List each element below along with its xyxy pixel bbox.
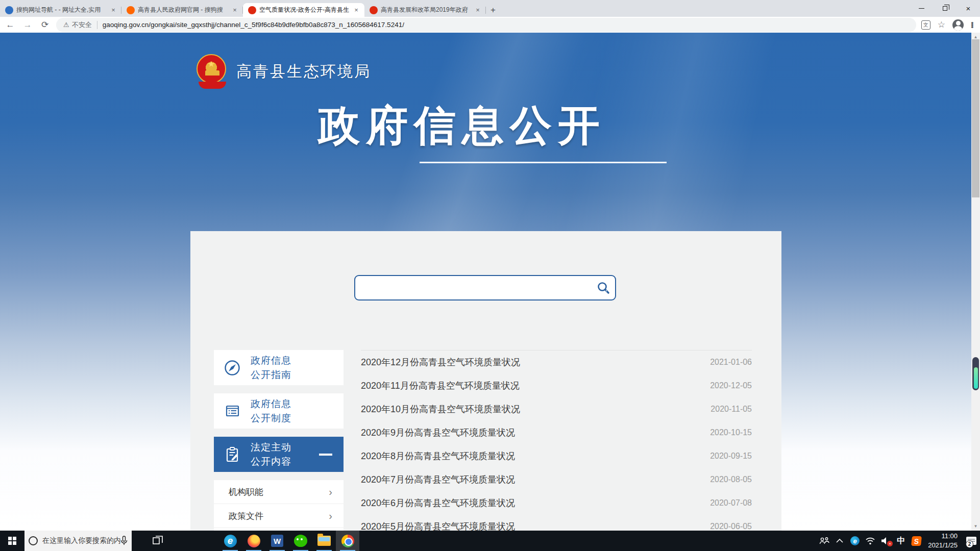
translate-icon[interactable]: 文: [921, 20, 930, 30]
tab-close-icon[interactable]: ×: [109, 6, 117, 14]
clock-time: 11:00: [928, 532, 958, 541]
sidebar-item-gov-info-system[interactable]: 政府信息公开制度: [214, 393, 344, 429]
restore-button[interactable]: [933, 0, 957, 17]
browser-tab[interactable]: 高青县人民政府网官网 - 搜狗搜 ×: [121, 3, 243, 17]
tab-title: 高青县人民政府网官网 - 搜狗搜: [138, 6, 229, 14]
browser-tab[interactable]: 空气质量状况-政务公开-高青县生 ×: [243, 3, 364, 17]
chevron-right-icon: ›: [329, 487, 332, 497]
tab-close-icon[interactable]: ×: [474, 6, 482, 14]
word-icon: W: [271, 535, 283, 547]
page-title: 政府信息公开: [255, 98, 669, 154]
tray-expand-chevron-icon[interactable]: [832, 531, 847, 551]
sidebar-item-gov-info-guide[interactable]: 政府信息公开指南: [214, 350, 344, 385]
taskbar-app-chrome[interactable]: [336, 531, 359, 551]
document-icon: [214, 402, 251, 421]
back-icon[interactable]: ←: [3, 18, 17, 32]
security-label: 不安全: [72, 20, 92, 30]
sidebar-submenu: 机构职能 › 政策文件 › 重要部署执行 ›: [214, 480, 344, 531]
forward-icon[interactable]: →: [20, 18, 35, 32]
article-title[interactable]: 2020年6月份高青县空气环境质量状况: [361, 497, 515, 509]
article-title[interactable]: 2020年8月份高青县空气环境质量状况: [361, 450, 515, 462]
bookmark-star-icon[interactable]: ☆: [938, 19, 945, 30]
taskbar-app-firefox[interactable]: [242, 531, 265, 551]
firefox-icon: [248, 535, 260, 547]
wifi-icon[interactable]: [863, 531, 878, 551]
omnibox[interactable]: ⚠ 不安全 gaoqing.gov.cn/gongkai/site_gqxsth…: [56, 18, 916, 32]
browser-tab[interactable]: 高青县发展和改革局2019年政府 ×: [364, 3, 486, 17]
article-row[interactable]: 2020年9月份高青县空气环境质量状况 2020-10-15: [361, 421, 752, 444]
security-warning-icon: ⚠: [63, 21, 69, 29]
start-button[interactable]: [0, 531, 24, 551]
reload-icon[interactable]: ⟳: [38, 18, 52, 32]
article-title[interactable]: 2020年5月份高青县空气环境质量状况: [361, 520, 515, 531]
article-date: 2020-10-15: [710, 428, 752, 437]
browser-menu-icon[interactable]: •••: [971, 22, 974, 28]
sidebar-item-label: 法定主动公开内容: [251, 440, 291, 469]
article-title[interactable]: 2020年12月份高青县空气环境质量状况: [361, 356, 520, 368]
tab-title: 空气质量状况-政务公开-高青县生: [259, 6, 350, 14]
taskbar-app-edge[interactable]: e: [218, 531, 242, 551]
scrollbar-marker: [972, 357, 979, 390]
tab-close-icon[interactable]: ×: [352, 6, 360, 14]
submenu-item[interactable]: 机构职能 ›: [214, 480, 344, 504]
edge-tray-icon[interactable]: e: [847, 531, 863, 551]
article-title[interactable]: 2020年7月份高青县空气环境质量状况: [361, 473, 515, 486]
article-title[interactable]: 2020年9月份高青县空气环境质量状况: [361, 427, 515, 439]
profile-avatar-icon[interactable]: [952, 19, 964, 31]
file-explorer-icon: [317, 536, 331, 546]
tab-favicon-icon: [370, 6, 378, 14]
page-scrollbar[interactable]: ▲ ▼: [971, 33, 980, 531]
omnibox-divider: [97, 21, 97, 29]
article-row[interactable]: 2020年10月份高青县空气环境质量状况 2020-11-05: [361, 397, 752, 421]
ime-language-indicator[interactable]: 中: [893, 531, 909, 551]
notification-badge: 2: [966, 540, 973, 548]
taskbar-clock[interactable]: 11:00 2021/1/25: [928, 532, 958, 549]
taskbar-app-file-explorer[interactable]: [312, 531, 336, 551]
cortana-icon: [29, 536, 38, 545]
collapse-minus-icon[interactable]: [319, 454, 332, 456]
taskbar-search-box[interactable]: 在这里输入你要搜索的内容: [24, 531, 132, 551]
volume-muted-icon[interactable]: ×: [878, 531, 893, 551]
site-search-box: [354, 275, 616, 300]
tab-favicon-icon: [5, 6, 13, 14]
windows-logo-icon: [8, 537, 16, 545]
article-row[interactable]: 2020年5月份高青县空气环境质量状况 2020-06-05: [361, 515, 752, 531]
site-search-input[interactable]: [355, 276, 592, 299]
sidebar-item-statutory-disclosure[interactable]: 法定主动公开内容: [214, 437, 344, 472]
search-button[interactable]: [592, 276, 615, 299]
site-name: 高青县生态环境局: [236, 61, 371, 82]
article-row[interactable]: 2020年11月份高青县空气环境质量状况 2020-12-05: [361, 374, 752, 397]
title-underline: [420, 162, 667, 163]
sidebar-nav: 政府信息公开指南: [214, 350, 344, 531]
submenu-item[interactable]: 政策文件 ›: [214, 504, 344, 528]
close-button[interactable]: ×: [957, 0, 980, 17]
article-title[interactable]: 2020年11月份高青县空气环境质量状况: [361, 380, 520, 392]
wechat-icon: [294, 535, 307, 547]
tab-title: 搜狗网址导航 - - 网址大全,实用: [16, 6, 107, 14]
sidebar-item-label: 政府信息公开指南: [251, 354, 291, 382]
action-center-button[interactable]: 2: [963, 531, 980, 551]
task-view-button[interactable]: [146, 531, 169, 551]
screen: 搜狗网址导航 - - 网址大全,实用 × 高青县人民政府网官网 - 搜狗搜 × …: [0, 0, 980, 551]
tab-close-icon[interactable]: ×: [231, 6, 239, 14]
new-tab-button[interactable]: +: [486, 3, 500, 17]
system-tray: e × 中 S 11:00 2021/1/25: [817, 531, 980, 551]
taskbar-app-word[interactable]: W: [265, 531, 289, 551]
minimize-button[interactable]: [910, 0, 933, 17]
scroll-down-arrow-icon[interactable]: ▼: [971, 522, 980, 531]
windows-taskbar: 在这里输入你要搜索的内容 e W: [0, 531, 980, 551]
article-row[interactable]: 2020年12月份高青县空气环境质量状况 2021-01-06: [361, 350, 752, 374]
sogou-tray-icon[interactable]: S: [909, 531, 924, 551]
window-controls: ×: [910, 0, 980, 17]
taskbar-app-wechat[interactable]: [289, 531, 312, 551]
edge-icon: e: [224, 535, 237, 547]
article-row[interactable]: 2020年7月份高青县空气环境质量状况 2020-08-05: [361, 468, 752, 491]
browser-tab[interactable]: 搜狗网址导航 - - 网址大全,实用 ×: [0, 3, 121, 17]
people-icon[interactable]: [817, 531, 832, 551]
article-date: 2020-12-05: [710, 381, 752, 390]
microphone-icon[interactable]: [120, 536, 128, 546]
article-title[interactable]: 2020年10月份高青县空气环境质量状况: [361, 403, 520, 415]
article-row[interactable]: 2020年6月份高青县空气环境质量状况 2020-07-08: [361, 491, 752, 515]
scrollbar-thumb[interactable]: [972, 39, 979, 197]
article-row[interactable]: 2020年8月份高青县空气环境质量状况 2020-09-15: [361, 444, 752, 468]
